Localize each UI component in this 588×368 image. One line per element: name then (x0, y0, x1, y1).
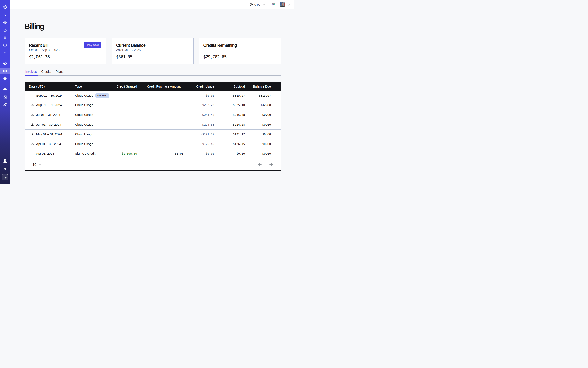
avatar[interactable] (280, 2, 285, 7)
sidebar-item-get-started[interactable] (0, 101, 10, 109)
sidebar-item-docs[interactable] (0, 93, 10, 101)
invoice-type: Cloud Usage (75, 142, 93, 146)
table-body: Sept 01 – 30, 2024Cloud UsagePending$0.0… (25, 91, 280, 159)
sidebar-item-billing[interactable] (0, 67, 10, 75)
invoice-date-cell: Apr 01 – 30, 2024 (25, 142, 72, 146)
invoice-type-cell: Cloud Usage (72, 103, 115, 107)
invoice-date: Apr 01 – 30, 2024 (36, 142, 61, 146)
table-footer: 10 (25, 159, 280, 171)
upgrade-plan-icon (3, 175, 7, 179)
invoice-balance-due: $0.00 (245, 113, 280, 117)
invoice-type-cell: Sign Up Credit (72, 152, 115, 156)
theme-light-icon (3, 167, 7, 171)
column-header: Credit Granted (115, 85, 137, 88)
invoice-balance-due: $0.00 (245, 133, 280, 136)
main: Billing Recent Bill Sep 01 – Sep 30, 202… (10, 9, 294, 184)
invoices-table: Date (UTC)TypeCredit GrantedCredit Purch… (25, 82, 281, 171)
invoice-subtotal: $325.10 (214, 103, 245, 107)
glasses-icon[interactable] (272, 3, 275, 6)
timezone-select[interactable]: UTC (250, 3, 265, 6)
next-page-button[interactable] (269, 162, 273, 167)
invoice-type: Cloud Usage (75, 123, 93, 127)
credits-remaining-card: Credits Remaining $29,782.65 (199, 37, 281, 64)
invoice-credit-usage: $0.00 (183, 94, 214, 97)
invoice-date-cell: Sept 01 – 30, 2024 (25, 94, 72, 98)
invoice-date: Aug 01 – 31, 2024 (36, 103, 62, 107)
page-title: Billing (25, 23, 44, 30)
invoice-row: Sept 01 – 30, 2024Cloud UsagePending$0.0… (25, 91, 280, 101)
invoice-subtotal: $245.48 (214, 113, 245, 117)
page-size-select[interactable]: 10 (30, 161, 45, 169)
sidebar-item-settings[interactable] (0, 75, 10, 82)
sidebar-item-support[interactable] (0, 86, 10, 93)
invoice-type: Sign Up Credit (75, 152, 95, 156)
invoice-type: Cloud Usage (75, 132, 93, 136)
timezone-label: UTC (254, 3, 260, 6)
invoice-credit-usage: -$126.45 (183, 142, 214, 146)
billing-icon (3, 69, 7, 73)
invoice-type-cell: Cloud Usage (72, 132, 115, 136)
upgrade-plan-button[interactable] (2, 174, 8, 180)
sidebar (0, 0, 10, 184)
tab-plans[interactable]: Plans (55, 70, 64, 76)
invoice-balance-due: $315.97 (245, 94, 280, 97)
sidebar-item-schedules[interactable] (0, 27, 10, 34)
invoice-date-cell: Apr 01, 2024 (25, 152, 72, 156)
invoice-date-cell: Aug 01 – 31, 2024 (25, 103, 72, 107)
sidebar-item-nexus[interactable] (0, 49, 10, 57)
recent-bill-card: Recent Bill Sep 01 – Sep 30, 2025 $2,061… (25, 37, 107, 64)
invoice-balance-due: $0.00 (245, 142, 280, 146)
tab-credits[interactable]: Credits (41, 70, 52, 76)
invoice-type-cell: Cloud Usage (72, 113, 115, 117)
sidebar-item-theme-light[interactable] (3, 165, 7, 173)
invoice-balance-due: $0.00 (245, 123, 280, 126)
invoice-credit-usage: $0.00 (183, 152, 214, 155)
download-invoice-icon[interactable] (31, 142, 34, 146)
summary-cards: Recent Bill Sep 01 – Sep 30, 2025 $2,061… (25, 37, 281, 64)
download-invoice-icon[interactable] (31, 103, 34, 107)
invoice-date: Apr 01, 2024 (36, 152, 54, 156)
invoice-row: May 01 – 31, 2024Cloud Usage-$121.17$121… (25, 129, 280, 139)
download-invoice-icon[interactable] (31, 133, 34, 136)
download-invoice-icon[interactable] (31, 113, 34, 117)
sidebar-item-deployments[interactable] (0, 42, 10, 49)
labs-icon (3, 159, 8, 164)
invoice-type: Cloud Usage (75, 113, 93, 117)
card-subtitle: As of Oct 15, 2025 (116, 48, 141, 52)
tab-invoices[interactable]: Invoices (25, 70, 38, 76)
sidebar-item-task-queues[interactable] (0, 34, 10, 42)
page-size-value: 10 (33, 163, 36, 167)
column-header: Subtotal (214, 85, 245, 88)
workflows-icon (3, 21, 7, 25)
column-header: Type (72, 85, 115, 88)
download-invoice-icon[interactable] (31, 123, 34, 127)
sidebar-item-chevron-right[interactable] (0, 11, 10, 19)
invoice-date-cell: May 01 – 31, 2024 (25, 132, 72, 136)
get-started-icon (3, 103, 7, 107)
chevron-down-icon (38, 163, 41, 166)
settings-icon (3, 76, 7, 80)
chevron-down-icon (262, 3, 265, 6)
invoice-date-cell: Jul 01 – 31, 2024 (25, 113, 72, 117)
sidebar-item-temporal-logo[interactable] (0, 2, 10, 11)
prev-page-button[interactable] (257, 162, 262, 167)
card-title: Recent Bill (29, 43, 48, 48)
current-balance-amount: $861.35 (116, 54, 132, 59)
sidebar-bottom-group (0, 157, 10, 184)
invoice-row: Apr 01, 2024Sign Up Credit$1,000.00$0.00… (25, 149, 280, 159)
invoice-date: Jul 01 – 31, 2024 (36, 113, 60, 117)
sidebar-item-workflows[interactable] (0, 19, 10, 27)
invoice-balance-due: $0.00 (245, 152, 280, 155)
pay-now-button[interactable]: Pay Now (84, 42, 101, 48)
chevron-down-icon[interactable] (287, 3, 290, 6)
sidebar-item-labs[interactable] (3, 157, 8, 165)
invoice-date: May 01 – 31, 2024 (36, 132, 62, 136)
usage-icon (3, 61, 7, 65)
topbar: UTC (10, 0, 294, 9)
sidebar-item-usage[interactable] (0, 60, 10, 67)
invoice-balance-due: $42.88 (245, 103, 280, 107)
pending-badge: Pending (95, 93, 109, 98)
invoice-subtotal: $315.97 (214, 94, 245, 97)
credits-remaining-amount: $29,782.65 (203, 54, 226, 59)
invoice-subtotal: $224.68 (214, 123, 245, 126)
